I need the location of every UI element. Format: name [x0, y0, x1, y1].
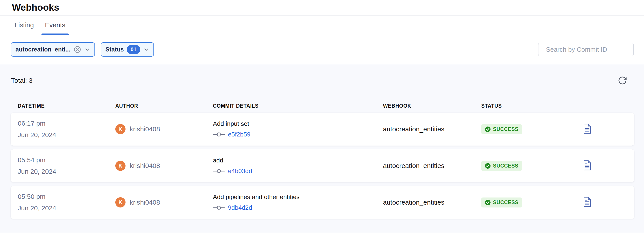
- tab-events[interactable]: Events: [42, 16, 69, 35]
- commit-id-link[interactable]: e5f2b59: [228, 131, 250, 138]
- commit-message: add: [213, 157, 383, 164]
- filter-bar: autocreation_enti... Status 01: [0, 35, 644, 64]
- datetime-cell: 05:50 pm Jun 20, 2024: [18, 193, 115, 212]
- refresh-button[interactable]: [618, 75, 628, 86]
- author-cell: K krishi0408: [115, 161, 213, 171]
- webhooks-page: Webhooks Listing Events autocreation_ent…: [0, 0, 644, 233]
- commit-message: Add input set: [213, 120, 383, 127]
- commit-details-cell: Add input set e5f2b59: [213, 120, 383, 138]
- remove-filter-icon[interactable]: [74, 46, 82, 54]
- avatar: K: [115, 197, 126, 207]
- page-title: Webhooks: [12, 2, 59, 13]
- author-name: krishi0408: [130, 199, 160, 206]
- chevron-down-icon[interactable]: [84, 46, 90, 53]
- actions-cell: [576, 160, 627, 171]
- author-name: krishi0408: [130, 125, 160, 133]
- col-header-webhook: WEBHOOK: [383, 103, 481, 109]
- table-row: 06:17 pm Jun 20, 2024 K krishi0408 Add i…: [11, 113, 634, 146]
- git-commit-icon: [213, 132, 225, 137]
- avatar: K: [115, 161, 126, 171]
- webhook-filter-chip[interactable]: autocreation_enti...: [11, 42, 95, 57]
- commit-details-cell: add e4b03dd: [213, 157, 383, 175]
- author-cell: K krishi0408: [115, 197, 213, 207]
- col-header-commit-details: COMMIT DETAILS: [213, 103, 383, 109]
- tab-listing[interactable]: Listing: [11, 16, 38, 35]
- status-cell: SUCCESS: [481, 161, 576, 171]
- commit-details-cell: Add pipelines and other entities 9db4d2d: [213, 193, 383, 211]
- event-date: Jun 20, 2024: [18, 204, 115, 212]
- check-icon: [485, 199, 491, 205]
- status-filter-chip[interactable]: Status 01: [101, 42, 154, 57]
- author-name: krishi0408: [130, 162, 160, 169]
- event-date: Jun 20, 2024: [18, 168, 115, 175]
- event-time: 06:17 pm: [18, 120, 115, 127]
- status-badge: SUCCESS: [481, 197, 522, 207]
- actions-cell: [576, 124, 627, 135]
- page-header: Webhooks: [0, 0, 644, 16]
- status-badge: SUCCESS: [481, 124, 522, 134]
- git-commit-icon: [213, 205, 225, 210]
- col-header-status: STATUS: [481, 103, 576, 109]
- refresh-icon: [618, 76, 627, 85]
- datetime-cell: 06:17 pm Jun 20, 2024: [18, 120, 115, 139]
- total-bar: Total: 3: [11, 64, 634, 86]
- search-input[interactable]: [546, 46, 630, 53]
- view-payload-button[interactable]: [583, 160, 591, 170]
- view-payload-button[interactable]: [583, 197, 591, 207]
- status-filter-label: Status: [106, 46, 124, 53]
- status-text: SUCCESS: [493, 126, 518, 132]
- commit-id-link[interactable]: 9db4d2d: [228, 204, 252, 211]
- search-box: [538, 43, 634, 56]
- commit-message: Add pipelines and other entities: [213, 193, 383, 201]
- status-badge: SUCCESS: [481, 161, 522, 171]
- document-icon: [583, 124, 591, 134]
- document-icon: [583, 197, 591, 207]
- status-filter-count-badge: 01: [127, 45, 140, 54]
- webhook-name: autocreation_entities: [383, 125, 481, 133]
- avatar: K: [115, 124, 126, 134]
- check-icon: [485, 163, 491, 169]
- commit-id-link[interactable]: e4b03dd: [228, 167, 252, 175]
- table-header-row: DATETIME AUTHOR COMMIT DETAILS WEBHOOK S…: [11, 103, 634, 109]
- events-content: Total: 3 DATETIME AUTHOR COMMIT DETAILS …: [0, 64, 644, 232]
- status-cell: SUCCESS: [481, 197, 576, 207]
- event-date: Jun 20, 2024: [18, 131, 115, 139]
- table-row: 05:50 pm Jun 20, 2024 K krishi0408 Add p…: [11, 186, 634, 219]
- datetime-cell: 05:54 pm Jun 20, 2024: [18, 156, 115, 175]
- status-cell: SUCCESS: [481, 124, 576, 134]
- col-header-author: AUTHOR: [115, 103, 213, 109]
- chevron-down-icon[interactable]: [143, 46, 150, 53]
- table-row: 05:54 pm Jun 20, 2024 K krishi0408 add e…: [11, 149, 634, 182]
- document-icon: [583, 160, 591, 170]
- webhook-name: autocreation_entities: [383, 162, 481, 169]
- col-header-datetime: DATETIME: [18, 103, 115, 109]
- check-icon: [485, 126, 491, 132]
- tabs-bar: Listing Events: [0, 16, 644, 35]
- status-text: SUCCESS: [493, 163, 518, 169]
- event-time: 05:54 pm: [18, 156, 115, 164]
- view-payload-button[interactable]: [583, 124, 591, 134]
- total-count-label: Total: 3: [11, 77, 32, 84]
- event-time: 05:50 pm: [18, 193, 115, 200]
- git-commit-icon: [213, 168, 225, 174]
- webhook-filter-label: autocreation_enti...: [16, 46, 70, 53]
- webhook-name: autocreation_entities: [383, 199, 481, 206]
- author-cell: K krishi0408: [115, 124, 213, 134]
- status-text: SUCCESS: [493, 199, 518, 205]
- actions-cell: [576, 197, 627, 208]
